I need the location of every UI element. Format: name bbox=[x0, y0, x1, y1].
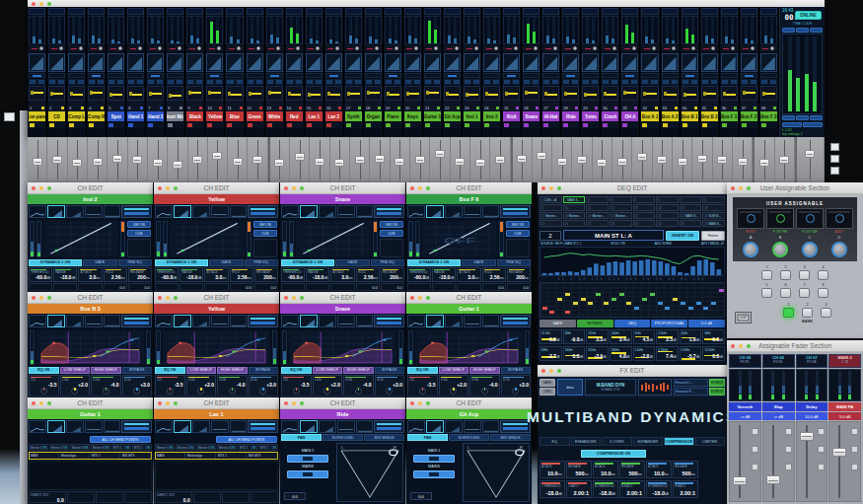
insert-slot[interactable]: 22 bbox=[656, 212, 679, 219]
sends-thumbnail[interactable] bbox=[482, 315, 500, 327]
sends-header-cell[interactable]: Monitor 4ON bbox=[217, 444, 237, 451]
pan-tab[interactable]: MIX MINUS bbox=[490, 434, 531, 441]
fx-param-cell[interactable]: RELEASE500ms bbox=[566, 461, 592, 478]
sends-thumbnail[interactable] bbox=[356, 315, 374, 327]
insert-slot[interactable]: 14 bbox=[656, 204, 679, 211]
ch-edit-channel-name[interactable]: Yellow bbox=[154, 194, 279, 204]
channel-gain-knob[interactable] bbox=[424, 45, 441, 51]
band-knob[interactable] bbox=[512, 388, 519, 395]
bypass-button[interactable]: BYPASS bbox=[709, 388, 725, 396]
fader-cap[interactable] bbox=[766, 475, 780, 484]
channel-name-label[interactable]: Hand 1 bbox=[127, 111, 144, 121]
online-button[interactable]: ONLINE bbox=[795, 11, 822, 20]
channel-level-slider[interactable] bbox=[424, 86, 441, 101]
channel-name-label[interactable]: Kick bbox=[503, 111, 520, 121]
channel-gain-knob[interactable] bbox=[325, 45, 342, 51]
assignable-knob[interactable] bbox=[743, 242, 758, 257]
sends-selected-row[interactable]: MAINMix/out/grpMTX 1MIX MTX bbox=[155, 452, 278, 460]
ch-edit-channel-name[interactable]: Inst 2 bbox=[28, 194, 153, 204]
sends-thumbnail[interactable] bbox=[230, 205, 248, 218]
channel-name-label[interactable]: White bbox=[266, 111, 283, 121]
channel-eq-thumbnail[interactable] bbox=[741, 53, 757, 72]
channel-eq-thumbnail[interactable] bbox=[167, 53, 183, 72]
gate-side-button[interactable]: CUE bbox=[253, 230, 277, 237]
fader-cap[interactable] bbox=[315, 158, 324, 166]
channel-eq-thumbnail[interactable] bbox=[404, 53, 421, 72]
channel-level-slider[interactable] bbox=[306, 86, 323, 101]
assignable-button[interactable] bbox=[818, 270, 828, 280]
bank-button[interactable] bbox=[783, 308, 794, 318]
close-icon[interactable] bbox=[32, 2, 36, 6]
band-knob[interactable] bbox=[40, 388, 47, 395]
dynamics2-thumbnail[interactable] bbox=[319, 205, 336, 218]
channel-level-slider[interactable] bbox=[602, 86, 618, 101]
channel-gain-knob[interactable] bbox=[247, 45, 263, 51]
dynamics1-thumbnail[interactable] bbox=[174, 420, 191, 433]
fx-param-cell[interactable]: L RATIO2.00:1 bbox=[566, 480, 592, 498]
eq-band-cell[interactable]: 10.0k+3.0 bbox=[122, 375, 153, 397]
deq-control-button[interactable]: PROPORTIONAL bbox=[651, 320, 687, 327]
eq-thumbnail[interactable] bbox=[29, 420, 46, 433]
channel-level-slider[interactable] bbox=[562, 86, 579, 101]
fx-param-cell[interactable]: RELEASE500ms bbox=[619, 461, 645, 478]
band-square[interactable] bbox=[573, 302, 578, 305]
pan-display[interactable]: LR bbox=[336, 443, 403, 502]
master-button[interactable] bbox=[782, 28, 795, 33]
channel-eq-thumbnail[interactable] bbox=[226, 53, 243, 72]
channel-level-slider[interactable] bbox=[48, 86, 65, 101]
insert-slot[interactable]: 6 bbox=[656, 196, 679, 203]
ch-edit-channel-name[interactable]: Snare bbox=[280, 304, 405, 314]
insert-slot[interactable]: 32MAIN S… bbox=[702, 220, 725, 227]
gate-side-button[interactable]: CUE bbox=[127, 230, 151, 237]
bank-button[interactable] bbox=[821, 308, 831, 318]
channel-name-label[interactable]: Comp R bbox=[88, 111, 105, 121]
delay-thumbnail[interactable] bbox=[85, 205, 103, 218]
gate-side-button[interactable]: KEY IN bbox=[380, 221, 403, 228]
channel-gain-knob[interactable] bbox=[29, 45, 45, 51]
insert-slot[interactable]: 23MAIN S… bbox=[680, 212, 702, 219]
band-square[interactable] bbox=[696, 302, 701, 305]
fader-cap[interactable] bbox=[435, 150, 445, 158]
mixer-titlebar[interactable] bbox=[28, 0, 825, 7]
insert-slot[interactable]: 30 bbox=[656, 220, 679, 227]
channel-gain-knob[interactable] bbox=[483, 45, 500, 51]
ch-edit-titlebar[interactable]: CH EDIT bbox=[406, 292, 532, 304]
routing-button[interactable] bbox=[287, 455, 328, 463]
sends-header-cell[interactable]: MTX 1ON bbox=[111, 444, 131, 451]
channel-level-slider[interactable] bbox=[127, 86, 144, 101]
channel-name-label[interactable]: Box B 1 bbox=[682, 111, 698, 121]
channel-name-label[interactable]: Inst 2 bbox=[483, 111, 500, 121]
band-square[interactable] bbox=[634, 307, 639, 310]
fader-cap[interactable] bbox=[597, 159, 607, 167]
channel-eq-thumbnail[interactable] bbox=[345, 53, 362, 72]
insert-block-thumbnail[interactable] bbox=[121, 420, 152, 433]
insert-slot[interactable]: 2MAIN S… bbox=[563, 196, 586, 203]
fader-cap[interactable] bbox=[72, 159, 82, 167]
channel-level-slider[interactable] bbox=[286, 86, 303, 101]
dynamics1-thumbnail[interactable] bbox=[426, 420, 444, 433]
ch-edit-titlebar[interactable]: CH EDIT bbox=[28, 292, 153, 304]
gate-param-cell[interactable]: ATTACK3.0ms bbox=[330, 267, 354, 283]
geq-band-cell[interactable]: 125Hz3.3dB bbox=[586, 329, 609, 344]
band-knob[interactable] bbox=[324, 388, 330, 395]
ch-edit-channel-name[interactable]: Ride bbox=[280, 409, 405, 419]
band-knob[interactable] bbox=[481, 388, 488, 395]
master-button[interactable] bbox=[810, 115, 823, 120]
sends-header-cell[interactable]: MTX 2ON bbox=[132, 444, 152, 451]
ch-edit-channel-name[interactable]: Git Acp bbox=[406, 409, 532, 419]
gate-side-button[interactable]: KEY IN bbox=[127, 221, 151, 228]
channel-name-label[interactable]: Piano bbox=[385, 111, 401, 121]
pan-tab[interactable]: PAN bbox=[407, 434, 448, 441]
channel-level-slider[interactable] bbox=[483, 86, 500, 101]
gate-param-cell[interactable]: RANGE-18.0dB bbox=[180, 267, 203, 283]
channel-level-slider[interactable] bbox=[266, 86, 283, 101]
insert-slot[interactable]: 17Monitor… bbox=[539, 212, 562, 219]
channel-eq-thumbnail[interactable] bbox=[582, 53, 599, 72]
channel-eq-thumbnail[interactable] bbox=[562, 53, 579, 72]
fader-side-button[interactable] bbox=[785, 464, 792, 470]
fader-cap[interactable] bbox=[33, 158, 42, 166]
minimize-icon[interactable] bbox=[39, 2, 43, 6]
channel-eq-thumbnail[interactable] bbox=[503, 53, 520, 72]
sends-value-cell[interactable]: DIRECT OUT0.0 bbox=[155, 491, 192, 503]
eq-button[interactable]: HIGH SHELF bbox=[217, 367, 248, 374]
